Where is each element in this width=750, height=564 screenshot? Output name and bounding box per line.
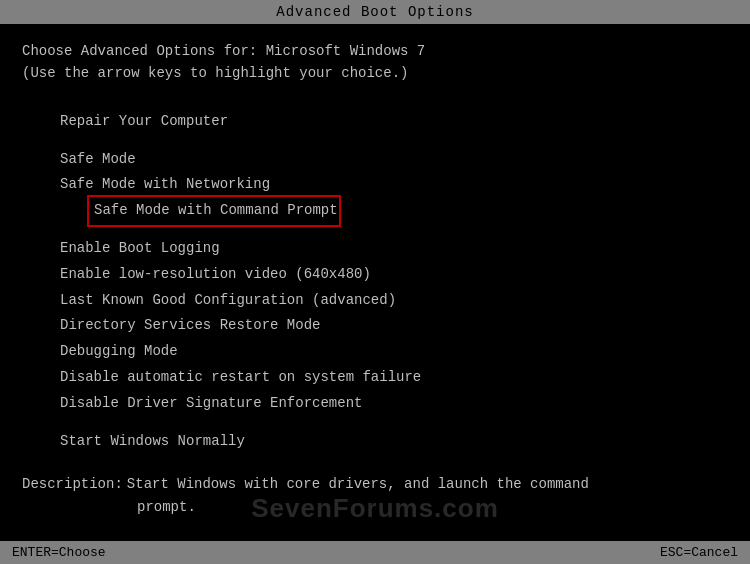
safe-mode-command-item[interactable]: Safe Mode with Command Prompt [90,198,338,224]
intro-line2: (Use the arrow keys to highlight your ch… [22,62,728,84]
debugging-item[interactable]: Debugging Mode [22,339,728,365]
repair-item[interactable]: Repair Your Computer [22,109,728,135]
description-text1: Start Windows with core drivers, and lau… [127,473,589,497]
start-normally-item[interactable]: Start Windows Normally [22,433,728,449]
enable-boot-logging-item[interactable]: Enable Boot Logging [22,236,728,262]
footer-bar: ENTER=Choose ESC=Cancel [0,541,750,564]
disable-driver-item[interactable]: Disable Driver Signature Enforcement [22,391,728,417]
title-bar: Advanced Boot Options [0,0,750,24]
intro-section: Choose Advanced Options for: Microsoft W… [22,40,728,85]
main-content: Choose Advanced Options for: Microsoft W… [0,24,750,564]
footer-enter: ENTER=Choose [12,545,106,560]
description-label: Description: [22,473,123,497]
description-section: Description: Start Windows with core dri… [22,467,728,521]
low-res-item[interactable]: Enable low-resolution video (640x480) [22,262,728,288]
directory-services-item[interactable]: Directory Services Restore Mode [22,313,728,339]
screen: Advanced Boot Options Choose Advanced Op… [0,0,750,564]
boot-options-section: Enable Boot Logging Enable low-resolutio… [22,236,728,417]
safe-mode-networking-item[interactable]: Safe Mode with Networking [22,172,728,198]
disable-restart-item[interactable]: Disable automatic restart on system fail… [22,365,728,391]
footer-esc: ESC=Cancel [660,545,738,560]
description-line1: Description: Start Windows with core dri… [22,473,728,497]
title-text: Advanced Boot Options [276,4,473,20]
description-line2: prompt. [22,496,728,520]
safe-mode-section: Safe Mode Safe Mode with Networking Safe… [22,147,728,224]
last-known-item[interactable]: Last Known Good Configuration (advanced) [22,288,728,314]
repair-section: Repair Your Computer [22,109,728,135]
intro-line1: Choose Advanced Options for: Microsoft W… [22,40,728,62]
safe-mode-item[interactable]: Safe Mode [22,147,728,173]
